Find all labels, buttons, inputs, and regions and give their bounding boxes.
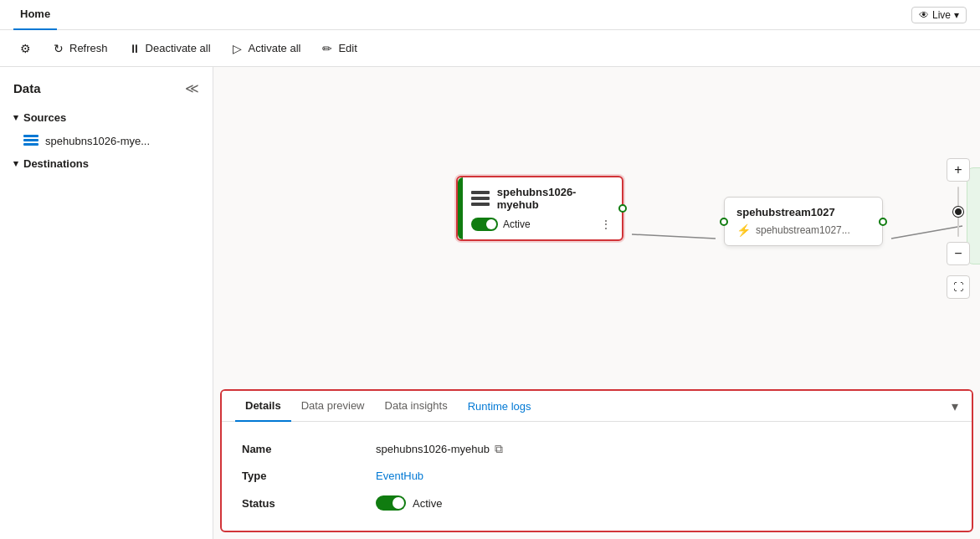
- canvas: spehubns1026-myehub Active ⋮ spehubstrea: [213, 67, 980, 389]
- svg-rect-0: [23, 135, 38, 137]
- stream-output-connector: [879, 218, 887, 226]
- stream-icon: ⚡: [736, 223, 751, 237]
- stream-node[interactable]: spehubstream1027 ⚡ spehubstream1027...: [724, 197, 883, 246]
- stream-node-subtitle: ⚡ spehubstream1027...: [736, 223, 870, 237]
- tab-data-insights[interactable]: Data insights: [375, 391, 458, 422]
- live-badge[interactable]: 👁 Live ▾: [911, 7, 967, 23]
- status-toggle-thumb: [393, 497, 404, 509]
- main-layout: Data ≪ ▾ Sources spehubns1026-mye... ▾ D…: [0, 67, 980, 539]
- deactivate-icon: ⏸: [128, 42, 141, 55]
- sidebar-title: Data: [13, 81, 41, 95]
- sidebar-header: Data ≪: [0, 77, 213, 106]
- zoom-slider[interactable]: [957, 187, 959, 237]
- tab-runtime-logs[interactable]: Runtime logs: [458, 392, 541, 421]
- detail-row-type: Type EventHub: [242, 463, 952, 489]
- details-content: Name spehubns1026-myehub ⧉ Type EventHub…: [222, 422, 972, 531]
- activate-button[interactable]: ▷ Activate all: [223, 38, 310, 59]
- detail-name-value: spehubns1026-myehub ⧉: [376, 442, 503, 456]
- node-menu-icon[interactable]: ⋮: [600, 218, 612, 231]
- refresh-button[interactable]: ↻ Refresh: [44, 38, 116, 59]
- detail-row-name: Name spehubns1026-myehub ⧉: [242, 435, 952, 463]
- bottom-panel: Details Data preview Data insights Runti…: [220, 389, 973, 532]
- chevron-down-icon: ▾: [954, 9, 959, 21]
- svg-rect-5: [471, 191, 490, 194]
- source-toggle[interactable]: Active: [471, 218, 531, 231]
- source-node-icon: [471, 188, 490, 208]
- settings-icon: ⚙: [18, 42, 32, 55]
- toolbar: ⚙ ↻ Refresh ⏸ Deactivate all ▷ Activate …: [0, 30, 980, 67]
- bottom-tabs: Details Data preview Data insights Runti…: [222, 391, 972, 422]
- status-toggle[interactable]: Active: [376, 495, 442, 511]
- source-node[interactable]: spehubns1026-myehub Active ⋮: [456, 176, 623, 241]
- canvas-area: spehubns1026-myehub Active ⋮ spehubstrea: [213, 67, 980, 539]
- refresh-icon: ↻: [52, 42, 65, 55]
- activate-icon: ▷: [231, 42, 244, 55]
- sources-section-header[interactable]: ▾ Sources: [0, 106, 213, 129]
- edit-button[interactable]: ✏ Edit: [312, 38, 365, 59]
- zoom-fit-button[interactable]: ⛶: [947, 275, 970, 299]
- tab-data-preview[interactable]: Data preview: [291, 391, 375, 422]
- toggle-thumb: [486, 219, 496, 229]
- tab-details[interactable]: Details: [235, 391, 291, 422]
- source-node-header: spehubns1026-myehub: [471, 186, 612, 211]
- output-connector: [618, 204, 627, 213]
- active-indicator: [458, 177, 463, 239]
- destinations-section-header[interactable]: ▾ Destinations: [0, 152, 213, 175]
- settings-button[interactable]: ⚙: [10, 38, 40, 59]
- detail-status-value: Active: [376, 495, 442, 511]
- detail-row-status: Status Active: [242, 489, 952, 517]
- deactivate-button[interactable]: ⏸ Deactivate all: [120, 38, 219, 59]
- toggle-track[interactable]: [471, 218, 498, 231]
- zoom-out-button[interactable]: −: [947, 242, 970, 265]
- zoom-in-button[interactable]: +: [947, 158, 970, 182]
- status-toggle-track[interactable]: [376, 495, 406, 511]
- source-icon: [23, 133, 38, 148]
- zoom-slider-thumb: [953, 207, 963, 217]
- zoom-controls: + − ⛶: [947, 158, 970, 299]
- stream-input-connector: [720, 218, 728, 226]
- source-node-status: Active ⋮: [471, 218, 612, 231]
- edit-icon: ✏: [321, 42, 334, 55]
- sources-arrow-icon: ▾: [13, 112, 18, 123]
- eye-icon: 👁: [919, 9, 929, 21]
- svg-line-3: [632, 234, 716, 239]
- svg-rect-6: [471, 197, 490, 200]
- bottom-panel-collapse[interactable]: ▾: [952, 398, 958, 414]
- svg-rect-2: [23, 143, 38, 146]
- home-tab[interactable]: Home: [13, 0, 57, 30]
- destinations-arrow-icon: ▾: [13, 158, 18, 169]
- sidebar: Data ≪ ▾ Sources spehubns1026-mye... ▾ D…: [0, 67, 213, 539]
- collapse-button[interactable]: ≪: [185, 80, 199, 96]
- sidebar-item-source[interactable]: spehubns1026-mye...: [0, 129, 213, 152]
- svg-rect-7: [471, 203, 490, 206]
- copy-icon[interactable]: ⧉: [495, 442, 503, 456]
- title-bar: Home 👁 Live ▾: [0, 0, 980, 30]
- svg-rect-1: [23, 139, 38, 141]
- detail-type-value: EventHub: [376, 470, 423, 482]
